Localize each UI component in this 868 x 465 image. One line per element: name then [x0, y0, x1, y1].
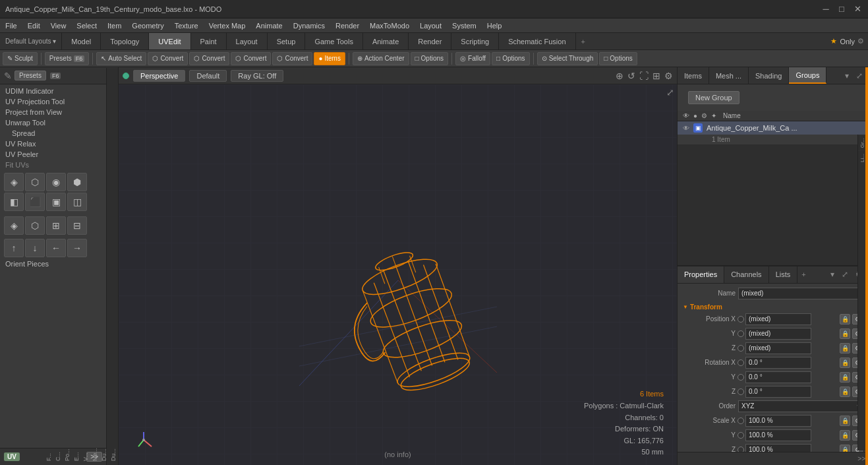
tab-schematic[interactable]: Schematic Fusion: [499, 33, 575, 49]
rotation-x-value[interactable]: 0.0 °: [745, 357, 811, 369]
rotation-y-value[interactable]: 0.0 °: [745, 371, 811, 383]
tool-icon-6[interactable]: ⬛: [25, 193, 45, 211]
pos-z-lock-icon[interactable]: 🔒: [840, 343, 850, 354]
add-tab-button[interactable]: +: [797, 266, 809, 283]
action-center-button[interactable]: ⊕ Action Center: [353, 52, 409, 65]
tool-icon-2[interactable]: ⬡: [25, 173, 45, 191]
convert3-button[interactable]: ⬡ Convert: [231, 52, 271, 65]
rotation-x-radio[interactable]: [738, 359, 744, 366]
minimize-button[interactable]: ─: [821, 4, 831, 15]
expand-rb-icon[interactable]: ⤢: [839, 268, 851, 280]
order-value[interactable]: XYZ ▾: [738, 400, 863, 412]
tab-model[interactable]: Model: [62, 33, 101, 49]
tool-icon-10[interactable]: ⬡: [25, 216, 45, 235]
expand-icon[interactable]: ⤢: [854, 70, 865, 82]
presets-left-button[interactable]: Presets: [14, 71, 46, 80]
scale-x-lock-icon[interactable]: 🔒: [840, 416, 850, 426]
camera-icon[interactable]: ⊕: [616, 71, 623, 81]
arrow-down-button[interactable]: ↓: [25, 239, 45, 257]
sculpt-button[interactable]: ✎ Sculpt: [3, 52, 38, 65]
vtab-po[interactable]: Po...: [63, 67, 72, 465]
menu-item[interactable]: Item: [102, 20, 127, 31]
collapse-icon[interactable]: ▼: [683, 304, 688, 310]
rotation-z-value[interactable]: 0.0 °: [745, 386, 811, 398]
tab-paint[interactable]: Paint: [191, 33, 227, 49]
pos-x-lock-icon[interactable]: 🔒: [840, 314, 850, 325]
maximize-button[interactable]: □: [836, 4, 847, 15]
tab-channels[interactable]: Channels: [724, 266, 768, 283]
menu-animate[interactable]: Animate: [250, 20, 287, 31]
list-item-main[interactable]: 👁 ▣ Antique_Copper_Milk_Ca ...: [678, 121, 868, 135]
falloff-button[interactable]: ◎ Falloff: [455, 52, 490, 65]
rot-x-lock-icon[interactable]: 🔒: [840, 357, 850, 368]
tab-topology[interactable]: Topology: [101, 33, 149, 49]
menu-layout[interactable]: Layout: [415, 20, 447, 31]
vtab-du1[interactable]: Du...: [109, 67, 118, 465]
convert4-button[interactable]: ⬡ Convert: [272, 52, 312, 65]
select-through-button[interactable]: ⊙ Select Through: [537, 52, 598, 65]
convert1-button[interactable]: ⬡ Convert: [148, 52, 188, 65]
scale-z-radio[interactable]: [738, 447, 744, 452]
new-group-button[interactable]: New Group: [688, 91, 739, 104]
auto-select-button[interactable]: ↖ Auto Select: [96, 52, 146, 65]
position-x-radio[interactable]: [738, 316, 744, 323]
tab-scripting[interactable]: Scripting: [451, 33, 499, 49]
presets-button[interactable]: Presets F6: [45, 52, 89, 65]
tab-properties[interactable]: Properties: [678, 266, 724, 283]
vtab-mesh[interactable]: Me...: [90, 67, 100, 465]
rot-z-lock-icon[interactable]: 🔒: [840, 387, 850, 397]
bottom-expand-button[interactable]: >>: [857, 455, 865, 462]
menu-texture[interactable]: Texture: [169, 20, 204, 31]
pos-y-lock-icon[interactable]: 🔒: [840, 328, 850, 339]
grid-icon[interactable]: ⛶: [639, 71, 649, 81]
settings-vp-icon[interactable]: ⚙: [664, 71, 673, 81]
rotation-y-radio[interactable]: [738, 374, 744, 381]
tab-render[interactable]: Render: [409, 33, 451, 49]
tab-add-button[interactable]: +: [576, 33, 591, 49]
tab-layout[interactable]: Layout: [227, 33, 268, 49]
rotation-z-radio[interactable]: [738, 388, 744, 395]
rot-y-lock-icon[interactable]: 🔒: [840, 372, 850, 383]
display-icon[interactable]: ⊞: [652, 71, 660, 81]
tab-game-tools[interactable]: Game Tools: [305, 33, 363, 49]
name-prop-value[interactable]: (mixed): [738, 288, 863, 299]
scale-y-radio[interactable]: [738, 432, 744, 439]
chevron-down-rb-icon[interactable]: ▾: [828, 268, 837, 280]
raygl-tab[interactable]: Ray GL: Off: [231, 70, 283, 82]
pencil-icon[interactable]: ✎: [4, 71, 12, 81]
tab-animate[interactable]: Animate: [363, 33, 409, 49]
menu-system[interactable]: System: [447, 20, 482, 31]
scale-x-value[interactable]: 100.0 %: [745, 415, 811, 427]
viewport-canvas[interactable]: 6 Items Polygons : Catmull-Clark Channel…: [119, 84, 677, 465]
menu-edit[interactable]: Edit: [22, 20, 45, 31]
position-y-value[interactable]: (mixed): [745, 328, 811, 340]
position-x-value[interactable]: (mixed): [745, 313, 811, 325]
scale-x-radio[interactable]: [738, 418, 744, 424]
viewport-expand-icon[interactable]: ⤢: [666, 87, 674, 98]
menu-help[interactable]: Help: [482, 20, 507, 31]
scale-z-lock-icon[interactable]: 🔒: [840, 445, 850, 452]
tab-setup[interactable]: Setup: [268, 33, 306, 49]
position-z-value[interactable]: (mixed): [745, 342, 811, 354]
scale-z-value[interactable]: 100.0 %: [745, 444, 811, 452]
default-tab[interactable]: Default: [189, 70, 227, 82]
menu-geometry[interactable]: Geometry: [127, 20, 169, 31]
close-button[interactable]: ✕: [852, 4, 863, 15]
position-z-radio[interactable]: [738, 345, 744, 352]
menu-vertex-map[interactable]: Vertex Map: [204, 20, 251, 31]
tab-groups[interactable]: Groups: [789, 67, 826, 84]
menu-render[interactable]: Render: [330, 20, 364, 31]
items-button[interactable]: ● Items: [314, 52, 345, 65]
tool-icon-1[interactable]: ◈: [4, 173, 24, 191]
scale-y-lock-icon[interactable]: 🔒: [840, 430, 850, 441]
menu-maxtomodo[interactable]: MaxToModo: [364, 20, 415, 31]
layout-dropdown[interactable]: Default Layouts ▾: [5, 38, 56, 45]
convert2-button[interactable]: ⬡ Convert: [189, 52, 229, 65]
tab-lists[interactable]: Lists: [769, 266, 798, 283]
position-y-radio[interactable]: [738, 330, 744, 337]
menu-file[interactable]: File: [0, 20, 22, 31]
options2-button[interactable]: □ Options: [492, 52, 530, 65]
tab-items[interactable]: Items: [678, 67, 709, 84]
tab-mesh[interactable]: Mesh ...: [709, 67, 749, 84]
arrow-up-button[interactable]: ↑: [4, 239, 24, 257]
